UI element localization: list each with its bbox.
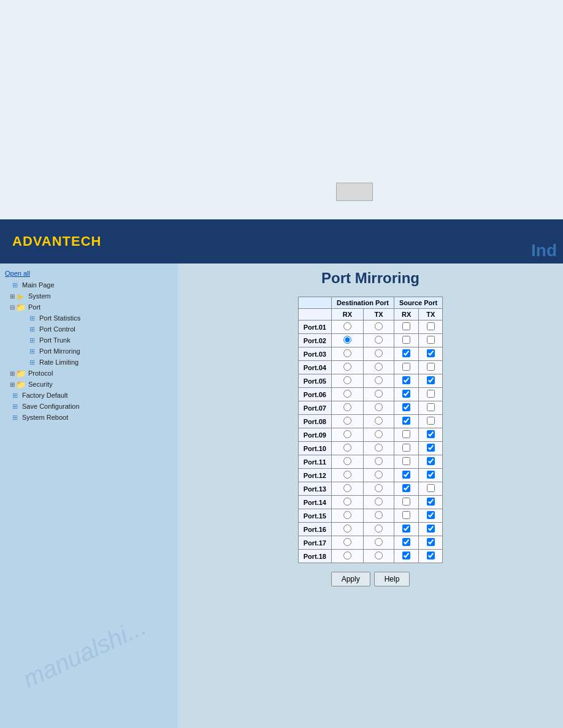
dest-tx-Port.01[interactable] — [363, 320, 394, 334]
sidebar-label-security: Security — [28, 381, 53, 388]
dest-tx-Port.09[interactable] — [363, 428, 394, 442]
dest-tx-Port.04[interactable] — [363, 361, 394, 374]
src-tx-Port.13[interactable] — [419, 482, 443, 496]
sidebar-item-port-mirroring[interactable]: ⊞ Port Mirroring — [5, 346, 173, 357]
sidebar-item-main-page[interactable]: ⊞ Main Page — [5, 279, 173, 290]
dest-rx-Port.03[interactable] — [331, 347, 363, 361]
src-tx-Port.06[interactable] — [419, 388, 443, 401]
sidebar-item-port-control[interactable]: ⊞ Port Control — [5, 324, 173, 335]
table-row: Port.09 — [298, 428, 443, 442]
src-rx-Port.08[interactable] — [394, 415, 418, 428]
dest-rx-Port.09[interactable] — [331, 428, 363, 442]
dest-rx-Port.15[interactable] — [331, 509, 363, 523]
src-rx-Port.11[interactable] — [394, 455, 418, 469]
src-rx-Port.09[interactable] — [394, 428, 418, 442]
src-rx-Port.07[interactable] — [394, 401, 418, 415]
src-rx-Port.03[interactable] — [394, 347, 418, 361]
dest-rx-Port.14[interactable] — [331, 496, 363, 509]
apply-button[interactable]: Apply — [331, 572, 370, 586]
sidebar-item-rate-limiting[interactable]: ⊞ Rate Limiting — [5, 357, 173, 368]
src-rx-Port.06[interactable] — [394, 388, 418, 401]
src-tx-Port.04[interactable] — [419, 361, 443, 374]
dest-tx-Port.12[interactable] — [363, 469, 394, 482]
dest-tx-Port.13[interactable] — [363, 482, 394, 496]
dest-rx-Port.04[interactable] — [331, 361, 363, 374]
src-rx-Port.02[interactable] — [394, 334, 418, 347]
dest-tx-Port.14[interactable] — [363, 496, 394, 509]
table-row: Port.10 — [298, 442, 443, 455]
dest-tx-Port.11[interactable] — [363, 455, 394, 469]
src-tx-Port.18[interactable] — [419, 550, 443, 563]
dest-rx-Port.10[interactable] — [331, 442, 363, 455]
dest-rx-Port.18[interactable] — [331, 550, 363, 563]
sidebar-item-port-statistics[interactable]: ⊞ Port Statistics — [5, 313, 173, 324]
src-rx-Port.05[interactable] — [394, 374, 418, 388]
dest-tx-Port.16[interactable] — [363, 523, 394, 536]
src-rx-Port.14[interactable] — [394, 496, 418, 509]
dest-rx-Port.17[interactable] — [331, 536, 363, 550]
src-rx-Port.13[interactable] — [394, 482, 418, 496]
src-tx-Port.07[interactable] — [419, 401, 443, 415]
dest-rx-Port.16[interactable] — [331, 523, 363, 536]
dest-tx-Port.18[interactable] — [363, 550, 394, 563]
sidebar-label-port-statistics: Port Statistics — [39, 314, 80, 322]
sidebar-item-port[interactable]: ⊟ 📁 Port — [5, 301, 173, 313]
src-rx-Port.12[interactable] — [394, 469, 418, 482]
sidebar-item-protocol[interactable]: ⊞ 📁 Protocol — [5, 368, 173, 379]
src-rx-Port.04[interactable] — [394, 361, 418, 374]
src-rx-Port.01[interactable] — [394, 320, 418, 334]
dest-tx-Port.17[interactable] — [363, 536, 394, 550]
sidebar-item-system[interactable]: ⊞ ▶ System — [5, 290, 173, 301]
dest-tx-Port.02[interactable] — [363, 334, 394, 347]
dest-rx-Port.05[interactable] — [331, 374, 363, 388]
src-rx-Port.17[interactable] — [394, 536, 418, 550]
src-tx-Port.12[interactable] — [419, 469, 443, 482]
sidebar-item-security[interactable]: ⊞ 📁 Security — [5, 379, 173, 390]
src-tx-Port.02[interactable] — [419, 334, 443, 347]
src-tx-Port.05[interactable] — [419, 374, 443, 388]
src-tx-Port.11[interactable] — [419, 455, 443, 469]
sidebar-item-save-config[interactable]: ⊞ Save Configuration — [5, 401, 173, 412]
port-label-Port.15: Port.15 — [298, 509, 331, 523]
src-tx-Port.14[interactable] — [419, 496, 443, 509]
sidebar-item-system-reboot[interactable]: ⊞ System Reboot — [5, 412, 173, 423]
dest-tx-Port.05[interactable] — [363, 374, 394, 388]
src-tx-Port.15[interactable] — [419, 509, 443, 523]
src-rx-Port.18[interactable] — [394, 550, 418, 563]
port-label-Port.13: Port.13 — [298, 482, 331, 496]
src-tx-Port.10[interactable] — [419, 442, 443, 455]
dest-tx-Port.15[interactable] — [363, 509, 394, 523]
expand-icon-port: ⊟ — [10, 304, 15, 311]
src-tx-Port.01[interactable] — [419, 320, 443, 334]
dest-tx-Port.10[interactable] — [363, 442, 394, 455]
src-rx-Port.16[interactable] — [394, 523, 418, 536]
dest-tx-Port.07[interactable] — [363, 401, 394, 415]
src-tx-Port.16[interactable] — [419, 523, 443, 536]
src-rx-Port.10[interactable] — [394, 442, 418, 455]
sidebar-item-factory-default[interactable]: ⊞ Factory Default — [5, 390, 173, 401]
dest-tx-Port.08[interactable] — [363, 415, 394, 428]
dest-tx-Port.03[interactable] — [363, 347, 394, 361]
src-rx-Port.15[interactable] — [394, 509, 418, 523]
dest-tx-Port.06[interactable] — [363, 388, 394, 401]
src-tx-Port.08[interactable] — [419, 415, 443, 428]
src-tx-Port.09[interactable] — [419, 428, 443, 442]
dest-rx-Port.07[interactable] — [331, 401, 363, 415]
dest-rx-Port.12[interactable] — [331, 469, 363, 482]
help-button[interactable]: Help — [374, 572, 410, 586]
dest-rx-Port.08[interactable] — [331, 415, 363, 428]
dest-rx-Port.02[interactable] — [331, 334, 363, 347]
dest-rx-Port.13[interactable] — [331, 482, 363, 496]
dest-rx-Port.06[interactable] — [331, 388, 363, 401]
table-row: Port.02 — [298, 334, 443, 347]
src-tx-Port.03[interactable] — [419, 347, 443, 361]
dest-rx-Port.11[interactable] — [331, 455, 363, 469]
page-icon-port-mirroring: ⊞ — [27, 347, 37, 355]
port-mirroring-table: Destination Port Source Port RX TX RX TX… — [298, 297, 443, 563]
src-tx-Port.17[interactable] — [419, 536, 443, 550]
top-decorative-box — [336, 183, 373, 201]
sidebar-label-port-mirroring: Port Mirroring — [39, 347, 80, 355]
sidebar-open-all[interactable]: Open all — [5, 270, 173, 277]
sidebar-item-port-trunk[interactable]: ⊞ Port Trunk — [5, 335, 173, 346]
dest-rx-Port.01[interactable] — [331, 320, 363, 334]
